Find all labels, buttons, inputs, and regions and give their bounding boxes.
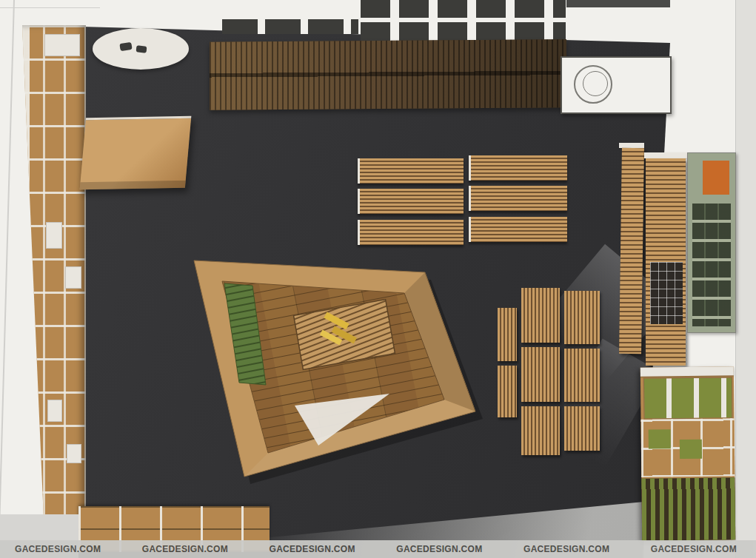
slatted-bench (521, 347, 560, 402)
shelf-empty-cell (44, 34, 80, 56)
wall-corner-line (0, 0, 15, 518)
slatted-table (469, 186, 567, 211)
slatted-bench (521, 406, 560, 455)
ceiling-dark-strip (566, 0, 670, 7)
hvac-unit (561, 56, 672, 114)
shelf-empty-cell (46, 222, 62, 249)
watermark-text: GACEDESIGN.COM (270, 544, 355, 554)
wall-poster (687, 152, 736, 333)
watermark-text: GACEDESIGN.COM (523, 544, 609, 554)
ceiling-beam-row (222, 19, 358, 34)
ceiling-slat-panel (210, 39, 566, 110)
shelf-empty-cell (47, 400, 62, 422)
slatted-bench (498, 366, 517, 417)
slatted-bench (564, 406, 600, 451)
shelf-empty-cell (67, 444, 81, 463)
slatted-bench (564, 349, 600, 402)
slatted-bench (521, 288, 560, 343)
tall-wall-shelf (619, 148, 644, 354)
shelf-top-cap (644, 152, 687, 158)
fan-circle-inner (583, 71, 608, 96)
watermark-bar: GACEDESIGN.COM GACEDESIGN.COM GACEDESIGN… (0, 540, 756, 558)
green-cell (649, 429, 671, 448)
slatted-bench (564, 291, 600, 344)
table-object (136, 45, 147, 53)
watermark-text: GACEDESIGN.COM (651, 544, 737, 554)
watermark-text: GACEDESIGN.COM (396, 544, 482, 554)
green-storage-shelf (640, 366, 735, 540)
render-canvas: GACEDESIGN.COM GACEDESIGN.COM GACEDESIGN… (0, 0, 756, 558)
slatted-table (469, 155, 567, 181)
slatted-table (358, 158, 464, 184)
right-wall-band (735, 0, 756, 558)
watermark-text: GACEDESIGN.COM (15, 544, 101, 554)
slatted-table (469, 217, 567, 242)
poster-photo-grid (692, 204, 731, 326)
watermark-text: GACEDESIGN.COM (142, 544, 228, 554)
shelf-empty-cell (65, 266, 81, 289)
green-slat-section (641, 477, 735, 540)
slatted-table (358, 189, 464, 214)
corner-desk (80, 116, 192, 189)
ceiling-skylight-grid (361, 0, 566, 41)
slatted-table (358, 220, 464, 245)
slatted-bench (498, 308, 517, 361)
green-cell (680, 440, 702, 459)
poster-orange-panel (703, 161, 729, 195)
ceiling-edge-line (0, 7, 100, 8)
shelf-top-cap (640, 366, 734, 376)
green-box-row (643, 377, 733, 419)
shelf-dark-insert (650, 262, 683, 324)
